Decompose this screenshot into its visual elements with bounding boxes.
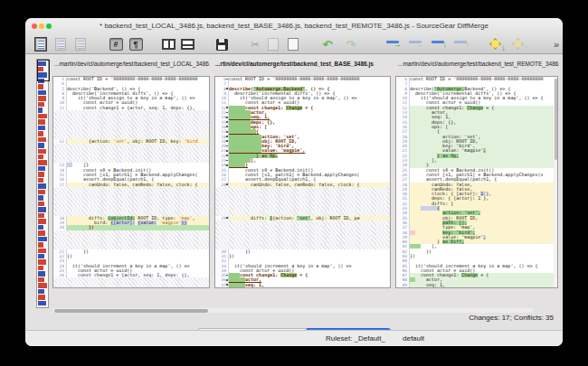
horizontal-scrollbar-thumb[interactable] [54,309,208,313]
content-area: ...martin/dev/cl/automerge/test/backend_… [25,54,563,330]
diff-map-bar [38,137,46,142]
code-text: diffs: [{action: 'set', obj: ROOT_ID, pa [229,216,390,221]
code-panel-remote[interactable]: 6const ROOT_ID = '00000000-0000-0000-000… [395,76,558,288]
diffmerge-window: * backend_test_LOCAL_3486.js, backend_te… [25,18,563,346]
file-path-local: ...martin/dev/cl/automerge/test/backend_… [54,61,210,70]
code-text: const change1 = {actor, seq: 1, deps: {}… [67,106,209,110]
diff-map-bar [38,277,44,282]
view-interleaved-button[interactable] [32,36,50,52]
diff-map-bar [38,108,43,112]
diff-map-bar [38,207,46,211]
diff-map-bar [38,254,44,258]
line-number: 28 [215,183,229,187]
line-number: 11 [53,106,67,110]
prev-change-button[interactable]: ↑ [511,36,529,52]
cut-icon: ✂ [251,39,259,51]
diff-map-bar [38,213,44,218]
code-line: 11 const change1 = {actor, seq: 1, deps:… [53,106,209,110]
diff-map-bar [38,84,43,89]
apply-change-down-icon: ↓ [432,39,446,50]
code-line: 12 {action: 'set', obj: ROOT_ID, key: 'b… [53,139,209,144]
copy-icon [270,39,279,50]
toggle-line-numbers-button[interactable]: # [107,36,125,52]
line-number: 49 [396,283,410,287]
code-text: const change1 = {actor, seq: 1, deps: {}… [67,273,209,277]
diff-map-bar [38,219,46,223]
diff-map-bar [38,190,45,194]
diff-map-bar [38,283,47,287]
redo-icon: ↷ [346,38,356,52]
diff-map-bar [38,178,43,183]
code-panel-base[interactable]: 6const ROOT_ID = '00000000-0000-0000-000… [214,76,391,288]
apply-change-up-button[interactable]: ↑ [452,36,470,52]
split-vertical-button[interactable] [159,36,177,52]
apply-change-up-icon: ↑ [454,39,469,50]
diff-map-bar [38,90,46,95]
apply-change-right-button[interactable]: → [384,36,403,52]
toggle-line-numbers-icon: # [109,38,123,51]
diff-map-bar [38,126,45,130]
code-panel-local[interactable]: 5const ROOT_ID = '00000000-0000-0000-000… [52,76,210,288]
diff-map-bar [38,183,46,188]
zoom-window-button[interactable] [46,23,52,29]
horizontal-scrollbar[interactable] [52,308,533,313]
diff-map-bar [38,155,43,159]
code-line: 29 diffs: [{action: 'set', obj: ROOT_ID,… [215,216,390,221]
ruleset-value: default [403,334,424,343]
close-window-button[interactable] [32,23,37,29]
diff-map-bar [38,172,44,176]
vertical-scrollbar-thumb[interactable] [555,79,557,160]
paste-icon [289,39,299,50]
diff-map-bar [38,266,43,270]
copy-button[interactable] [265,36,283,52]
redo-button[interactable]: ↷ [342,36,360,52]
diff-map-bar [38,301,46,305]
diff-map-bar [38,96,46,100]
undo-icon: ↶ [323,38,333,52]
minimize-window-button[interactable] [39,23,44,29]
code-text: }) [67,225,209,230]
split-horizontal-icon [181,39,194,50]
code-line: 17 canUndo: false, canRedo: false, clock… [53,183,209,187]
diff-map-bar [38,230,45,235]
save-file-button[interactable] [213,36,231,52]
code-text: {action: 'set', obj: ROOT_ID, key: 'bird [67,139,209,144]
apply-change-left-icon: ← [409,39,423,50]
cut-button[interactable]: ✂ [246,36,264,52]
diff-map-bar [38,131,43,136]
code-line: 28 canUndo: false, canRedo: false, clock… [215,183,390,187]
diff-overview-map[interactable] [36,59,49,308]
diff-map-bar [38,259,46,264]
diff-map-bar [38,289,44,294]
apply-change-down-button[interactable]: ↓ [430,36,448,52]
toggle-invisibles-button[interactable]: ¶ [127,36,145,52]
toolbar-overflow-button[interactable]: » [547,36,563,52]
split-horizontal-button[interactable] [178,36,196,52]
diff-map-bar [38,271,45,276]
diff-map-bar [38,242,43,247]
view-right-only-button[interactable] [71,36,90,52]
line-number: 29 [215,216,229,221]
titlebar: * backend_test_LOCAL_3486.js, backend_te… [25,18,563,34]
code-text: seq: 1, [410,283,557,287]
code-line: 20 }) [53,225,209,230]
apply-change-left-button[interactable]: ← [407,36,425,52]
code-text: seq: 1, [229,283,390,287]
line-number: 12 [53,139,67,144]
line-number: 20 [53,225,67,230]
void-gap [53,287,209,288]
diff-map-bar [38,295,45,299]
undo-button[interactable]: ↶ [318,36,337,52]
paste-button[interactable] [285,36,303,52]
window-title: * backend_test_LOCAL_3486.js, backend_te… [25,18,563,34]
view-interleaved-icon [35,38,46,51]
overview-viewport-box[interactable] [37,60,50,81]
next-change-button[interactable]: ↓ [488,36,507,52]
vertical-scrollbar[interactable] [554,77,557,287]
diff-map-bar [38,195,43,200]
next-change-icon: ↓ [489,38,506,51]
diff-map-bar [38,202,44,206]
view-left-only-icon [55,38,66,51]
view-left-only-button[interactable] [52,36,70,52]
file-path-remote: ...martin/dev/cl/automerge/test/backend_… [398,61,559,70]
